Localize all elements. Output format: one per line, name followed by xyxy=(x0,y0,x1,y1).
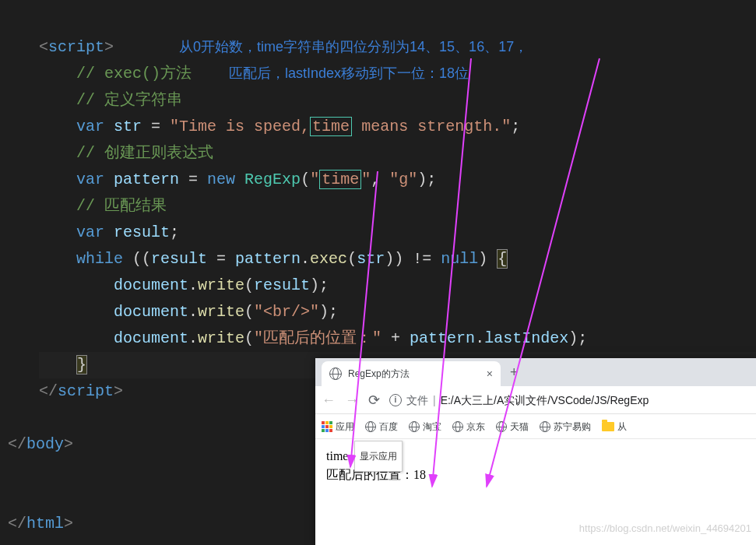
globe-icon xyxy=(365,421,376,432)
bookmark-tmall[interactable]: 天猫 xyxy=(496,413,529,440)
globe-icon xyxy=(496,421,507,432)
highlighted-time-2: time xyxy=(319,170,361,189)
browser-tab[interactable]: RegExp的方法 × xyxy=(322,361,501,386)
highlighted-time-1: time xyxy=(310,117,352,136)
annotation-line1: 从0开始数，time字符串的四位分别为14、15、16、17， xyxy=(179,39,528,54)
globe-icon xyxy=(409,421,420,432)
bookmark-jd[interactable]: 京东 xyxy=(452,413,485,440)
new-tab-button[interactable]: + xyxy=(501,359,528,385)
info-icon[interactable]: i xyxy=(389,394,402,406)
bookmark-folder[interactable]: 从 xyxy=(602,413,627,440)
address-bar[interactable]: i 文件 | E:/A大三上/A实训文件/VSCode/JS/RegExp xyxy=(389,387,750,413)
annotation-line2: 匹配后，lastIndex移动到下一位：18位 xyxy=(229,65,469,81)
apps-button[interactable]: 应用 xyxy=(322,413,354,440)
bookmark-suning[interactable]: 苏宁易购 xyxy=(540,413,591,440)
folder-icon xyxy=(602,422,614,431)
tab-title: RegExp的方法 xyxy=(348,360,410,387)
globe-icon xyxy=(452,421,463,432)
body-close-tag: body xyxy=(26,435,64,453)
code-editor[interactable]: <script> 从0开始数，time字符串的四位分别为14、15、16、17，… xyxy=(0,0,756,405)
comment-regex: // 创建正则表达式 xyxy=(76,144,213,162)
script-close-tag: script xyxy=(58,382,114,400)
comment-exec: // exec()方法 xyxy=(76,65,192,83)
browser-toolbar: ← → ⟳ i 文件 | E:/A大三上/A实训文件/VSCode/JS/Reg… xyxy=(315,386,756,414)
script-open-tag: script xyxy=(48,38,104,56)
apps-icon xyxy=(322,421,332,432)
bookmark-baidu[interactable]: 百度 xyxy=(365,413,398,440)
apps-tooltip: 显示应用 xyxy=(354,441,403,472)
reload-button[interactable]: ⟳ xyxy=(368,387,380,413)
comment-result: // 匹配结果 xyxy=(76,197,167,215)
globe-icon xyxy=(540,421,550,432)
globe-icon xyxy=(329,367,342,380)
forward-button[interactable]: → xyxy=(345,387,359,413)
comment-define: // 定义字符串 xyxy=(76,91,182,109)
html-close-tag: html xyxy=(26,515,64,533)
watermark: https://blog.csdn.net/weixin_44694201 xyxy=(579,515,751,542)
url-text: E:/A大三上/A实训文件/VSCode/JS/RegExp xyxy=(441,387,649,413)
back-button[interactable]: ← xyxy=(322,387,336,413)
bookmark-taobao[interactable]: 淘宝 xyxy=(409,413,441,440)
bookmark-bar: 应用 百度 淘宝 京东 天猫 苏宁易购 从 xyxy=(315,414,756,439)
close-icon[interactable]: × xyxy=(487,360,493,387)
tab-strip: RegExp的方法 × + xyxy=(315,358,756,386)
